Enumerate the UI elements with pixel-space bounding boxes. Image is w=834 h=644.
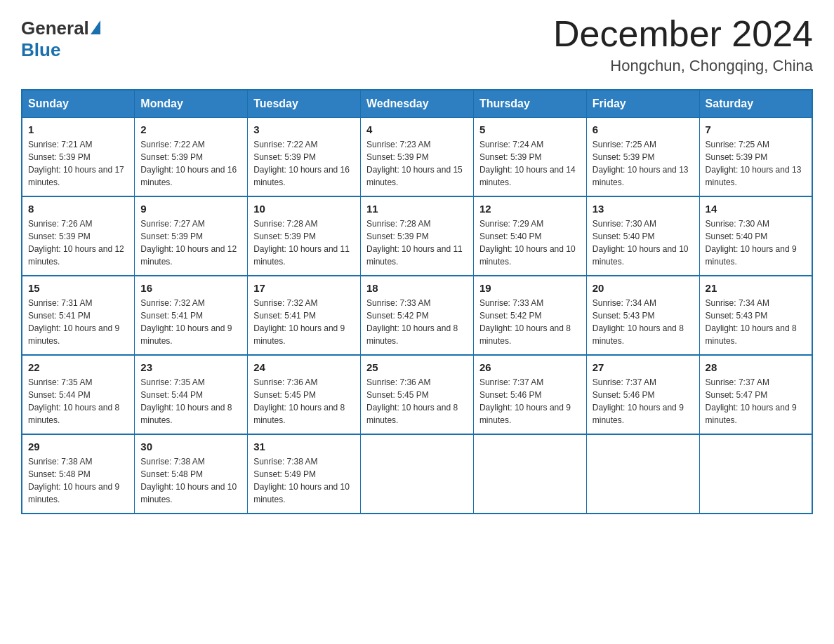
day-number: 15 bbox=[28, 282, 128, 294]
month-year-title: December 2024 bbox=[553, 14, 813, 54]
logo-arrow-icon bbox=[91, 20, 100, 34]
day-number: 21 bbox=[706, 282, 806, 294]
day-info: Sunrise: 7:28 AMSunset: 5:39 PMDaylight:… bbox=[366, 217, 468, 268]
calendar-week-row: 8Sunrise: 7:26 AMSunset: 5:39 PMDaylight… bbox=[22, 196, 812, 276]
day-info: Sunrise: 7:36 AMSunset: 5:45 PMDaylight:… bbox=[253, 376, 355, 427]
table-row: 19Sunrise: 7:33 AMSunset: 5:42 PMDayligh… bbox=[473, 276, 586, 355]
table-row: 29Sunrise: 7:38 AMSunset: 5:48 PMDayligh… bbox=[22, 434, 135, 514]
table-row: 5Sunrise: 7:24 AMSunset: 5:39 PMDaylight… bbox=[473, 118, 586, 197]
day-info: Sunrise: 7:24 AMSunset: 5:39 PMDaylight:… bbox=[479, 138, 581, 189]
day-number: 30 bbox=[140, 441, 241, 452]
calendar-week-row: 22Sunrise: 7:35 AMSunset: 5:44 PMDayligh… bbox=[22, 355, 812, 434]
day-info: Sunrise: 7:26 AMSunset: 5:39 PMDaylight:… bbox=[28, 217, 128, 268]
calendar-week-row: 15Sunrise: 7:31 AMSunset: 5:41 PMDayligh… bbox=[22, 276, 812, 355]
day-number: 7 bbox=[706, 123, 806, 135]
table-row: 13Sunrise: 7:30 AMSunset: 5:40 PMDayligh… bbox=[586, 196, 699, 276]
col-thursday: Thursday bbox=[473, 90, 586, 118]
day-info: Sunrise: 7:22 AMSunset: 5:39 PMDaylight:… bbox=[140, 138, 241, 189]
logo-blue-text: Blue bbox=[21, 39, 60, 61]
day-number: 11 bbox=[366, 203, 468, 215]
day-info: Sunrise: 7:29 AMSunset: 5:40 PMDaylight:… bbox=[479, 217, 581, 268]
day-number: 4 bbox=[366, 123, 468, 135]
day-number: 29 bbox=[28, 441, 128, 452]
day-number: 13 bbox=[593, 203, 694, 215]
day-number: 14 bbox=[706, 203, 806, 215]
day-number: 22 bbox=[28, 361, 128, 373]
calendar-table: Sunday Monday Tuesday Wednesday Thursday… bbox=[21, 89, 813, 514]
day-number: 9 bbox=[140, 203, 241, 215]
day-number: 12 bbox=[479, 203, 581, 215]
table-row: 31Sunrise: 7:38 AMSunset: 5:49 PMDayligh… bbox=[248, 434, 361, 514]
day-info: Sunrise: 7:37 AMSunset: 5:47 PMDaylight:… bbox=[706, 376, 806, 427]
table-row: 17Sunrise: 7:32 AMSunset: 5:41 PMDayligh… bbox=[248, 276, 361, 355]
day-info: Sunrise: 7:33 AMSunset: 5:42 PMDaylight:… bbox=[479, 297, 581, 347]
location-subtitle: Hongchun, Chongqing, China bbox=[553, 57, 813, 75]
day-info: Sunrise: 7:35 AMSunset: 5:44 PMDaylight:… bbox=[28, 376, 128, 427]
table-row: 11Sunrise: 7:28 AMSunset: 5:39 PMDayligh… bbox=[361, 196, 474, 276]
table-row: 30Sunrise: 7:38 AMSunset: 5:48 PMDayligh… bbox=[135, 434, 248, 514]
day-number: 25 bbox=[366, 361, 468, 373]
day-info: Sunrise: 7:25 AMSunset: 5:39 PMDaylight:… bbox=[706, 138, 806, 189]
day-info: Sunrise: 7:28 AMSunset: 5:39 PMDaylight:… bbox=[253, 217, 355, 268]
table-row: 18Sunrise: 7:33 AMSunset: 5:42 PMDayligh… bbox=[361, 276, 474, 355]
day-number: 3 bbox=[253, 123, 355, 135]
table-row bbox=[586, 434, 699, 514]
table-row: 16Sunrise: 7:32 AMSunset: 5:41 PMDayligh… bbox=[135, 276, 248, 355]
table-row: 10Sunrise: 7:28 AMSunset: 5:39 PMDayligh… bbox=[248, 196, 361, 276]
table-row: 28Sunrise: 7:37 AMSunset: 5:47 PMDayligh… bbox=[699, 355, 812, 434]
table-row: 12Sunrise: 7:29 AMSunset: 5:40 PMDayligh… bbox=[473, 196, 586, 276]
day-number: 27 bbox=[593, 361, 694, 373]
calendar-week-row: 1Sunrise: 7:21 AMSunset: 5:39 PMDaylight… bbox=[22, 118, 812, 197]
title-section: December 2024 Hongchun, Chongqing, China bbox=[553, 14, 813, 75]
day-number: 26 bbox=[479, 361, 581, 373]
table-row: 8Sunrise: 7:26 AMSunset: 5:39 PMDaylight… bbox=[22, 196, 135, 276]
calendar-week-row: 29Sunrise: 7:38 AMSunset: 5:48 PMDayligh… bbox=[22, 434, 812, 514]
day-number: 2 bbox=[140, 123, 241, 135]
table-row: 24Sunrise: 7:36 AMSunset: 5:45 PMDayligh… bbox=[248, 355, 361, 434]
day-info: Sunrise: 7:33 AMSunset: 5:42 PMDaylight:… bbox=[366, 297, 468, 347]
table-row: 20Sunrise: 7:34 AMSunset: 5:43 PMDayligh… bbox=[586, 276, 699, 355]
table-row: 9Sunrise: 7:27 AMSunset: 5:39 PMDaylight… bbox=[135, 196, 248, 276]
col-wednesday: Wednesday bbox=[361, 90, 474, 118]
day-number: 23 bbox=[140, 361, 241, 373]
col-friday: Friday bbox=[586, 90, 699, 118]
day-number: 6 bbox=[593, 123, 694, 135]
table-row: 15Sunrise: 7:31 AMSunset: 5:41 PMDayligh… bbox=[22, 276, 135, 355]
col-monday: Monday bbox=[135, 90, 248, 118]
day-info: Sunrise: 7:37 AMSunset: 5:46 PMDaylight:… bbox=[479, 376, 581, 427]
day-info: Sunrise: 7:27 AMSunset: 5:39 PMDaylight:… bbox=[140, 217, 241, 268]
day-number: 24 bbox=[253, 361, 355, 373]
day-number: 31 bbox=[253, 441, 355, 452]
table-row bbox=[473, 434, 586, 514]
table-row: 26Sunrise: 7:37 AMSunset: 5:46 PMDayligh… bbox=[473, 355, 586, 434]
col-sunday: Sunday bbox=[22, 90, 135, 118]
day-info: Sunrise: 7:38 AMSunset: 5:48 PMDaylight:… bbox=[28, 455, 128, 506]
day-number: 20 bbox=[593, 282, 694, 294]
table-row: 27Sunrise: 7:37 AMSunset: 5:46 PMDayligh… bbox=[586, 355, 699, 434]
table-row: 3Sunrise: 7:22 AMSunset: 5:39 PMDaylight… bbox=[248, 118, 361, 197]
table-row: 1Sunrise: 7:21 AMSunset: 5:39 PMDaylight… bbox=[22, 118, 135, 197]
logo: General Blue bbox=[21, 14, 100, 61]
day-number: 1 bbox=[28, 123, 128, 135]
table-row: 21Sunrise: 7:34 AMSunset: 5:43 PMDayligh… bbox=[699, 276, 812, 355]
col-saturday: Saturday bbox=[699, 90, 812, 118]
day-number: 28 bbox=[706, 361, 806, 373]
day-info: Sunrise: 7:31 AMSunset: 5:41 PMDaylight:… bbox=[28, 297, 128, 347]
day-number: 19 bbox=[479, 282, 581, 294]
table-row: 25Sunrise: 7:36 AMSunset: 5:45 PMDayligh… bbox=[361, 355, 474, 434]
day-info: Sunrise: 7:32 AMSunset: 5:41 PMDaylight:… bbox=[140, 297, 241, 347]
logo-general-text: General bbox=[21, 18, 89, 39]
day-info: Sunrise: 7:36 AMSunset: 5:45 PMDaylight:… bbox=[366, 376, 468, 427]
day-info: Sunrise: 7:38 AMSunset: 5:49 PMDaylight:… bbox=[253, 455, 355, 506]
table-row: 14Sunrise: 7:30 AMSunset: 5:40 PMDayligh… bbox=[699, 196, 812, 276]
col-tuesday: Tuesday bbox=[248, 90, 361, 118]
table-row: 23Sunrise: 7:35 AMSunset: 5:44 PMDayligh… bbox=[135, 355, 248, 434]
table-row: 2Sunrise: 7:22 AMSunset: 5:39 PMDaylight… bbox=[135, 118, 248, 197]
day-number: 17 bbox=[253, 282, 355, 294]
table-row: 4Sunrise: 7:23 AMSunset: 5:39 PMDaylight… bbox=[361, 118, 474, 197]
table-row: 7Sunrise: 7:25 AMSunset: 5:39 PMDaylight… bbox=[699, 118, 812, 197]
page-header: General Blue December 2024 Hongchun, Cho… bbox=[21, 14, 813, 75]
table-row bbox=[361, 434, 474, 514]
day-info: Sunrise: 7:32 AMSunset: 5:41 PMDaylight:… bbox=[253, 297, 355, 347]
calendar-header-row: Sunday Monday Tuesday Wednesday Thursday… bbox=[22, 90, 812, 118]
